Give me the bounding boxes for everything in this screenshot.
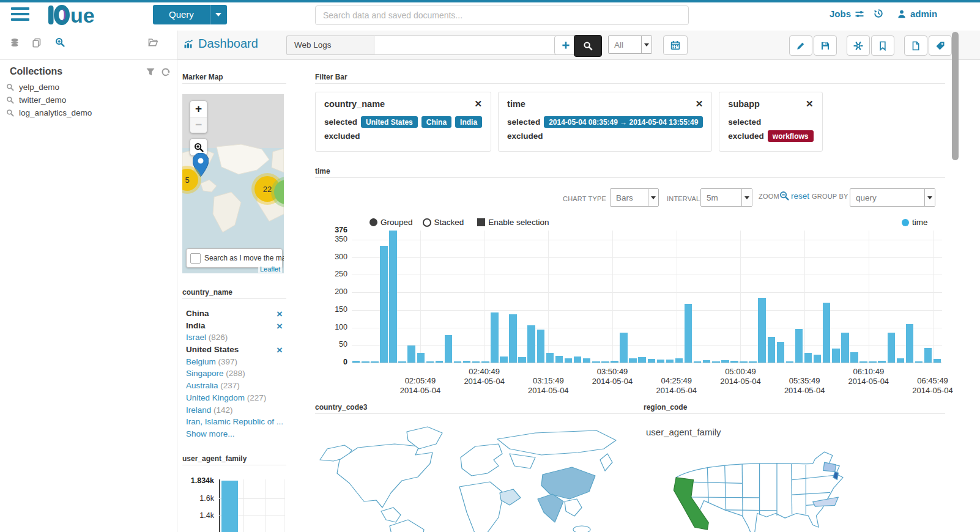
facet-scope-select[interactable]: All [608, 35, 652, 54]
time-bar [859, 361, 867, 363]
us-map-widget[interactable] [667, 441, 887, 532]
close-icon[interactable]: ✕ [787, 98, 814, 109]
filter-icon[interactable] [146, 67, 155, 77]
interval-select[interactable]: 5m [700, 188, 752, 207]
documents-icon[interactable] [32, 38, 42, 48]
time-bar [537, 330, 544, 363]
filter-field-name: country_name [324, 99, 385, 109]
gridline [352, 363, 942, 363]
facet-item-iran-islamic-republic-of-[interactable]: Iran, Islamic Republic of ... [186, 417, 284, 429]
dashboard-search-input[interactable] [374, 35, 558, 55]
refresh-icon[interactable] [161, 67, 171, 77]
selected-badge[interactable]: India [455, 116, 482, 128]
global-search-input[interactable] [315, 6, 689, 25]
y-axis-label: 300 [322, 253, 347, 261]
hamburger-menu-icon[interactable] [11, 7, 29, 21]
time-bar [832, 349, 839, 363]
map-zoom-out-button[interactable]: − [190, 117, 207, 133]
time-range-button[interactable] [663, 35, 688, 55]
search-as-move-checkbox[interactable] [190, 253, 201, 264]
collection-item-log_analytics_demo[interactable]: log_analytics_demo [5, 106, 170, 119]
reset-link[interactable]: reset [791, 191, 809, 201]
file-button[interactable] [904, 35, 927, 56]
facet-item-israel[interactable]: Israel (826) [186, 333, 284, 345]
stacked-radio[interactable]: Stacked [423, 218, 464, 227]
gridline [352, 257, 942, 258]
bookmark-button[interactable] [871, 35, 894, 56]
bookmark-icon [878, 41, 888, 51]
collection-item-yelp_demo[interactable]: yelp_demo [5, 81, 170, 94]
grouped-radio[interactable]: Grouped [369, 218, 413, 227]
filter-field-name: subapp [728, 99, 760, 109]
show-more-link[interactable]: Show more... [186, 429, 284, 441]
search-button[interactable] [574, 35, 602, 57]
time-bar [546, 353, 554, 363]
remove-filter-icon[interactable]: × [277, 308, 283, 320]
chart-type-select[interactable]: Bars [610, 188, 659, 207]
selected-badge[interactable]: 2014-05-04 08:35:49 → 2014-05-04 13:55:4… [544, 116, 703, 128]
chart-type-label-wrap: CHART TYPE [563, 193, 606, 204]
divider [182, 465, 286, 465]
magnifier-plus-icon [194, 142, 204, 152]
facet-item-ireland[interactable]: Ireland (142) [186, 405, 284, 418]
user-agent-mini-chart[interactable]: 1.834k1.6k1.4k [182, 477, 286, 532]
gridline [804, 231, 805, 363]
page-title: Dashboard [184, 37, 258, 51]
time-bar [648, 359, 655, 363]
filter-field-name: time [507, 99, 525, 109]
checkbox-icon [477, 218, 485, 226]
query-split-button[interactable]: Query [153, 5, 227, 24]
collection-name-label[interactable]: Web Logs [286, 35, 374, 55]
map-zoom-in-button[interactable]: + [190, 101, 207, 117]
save-button[interactable] [814, 35, 837, 56]
world-map-widget[interactable] [315, 422, 624, 532]
enable-selection-checkbox[interactable]: Enable selection [477, 218, 549, 227]
history-nav-item[interactable] [874, 9, 883, 18]
remove-filter-icon[interactable]: × [277, 320, 283, 332]
selected-label: selected [324, 117, 357, 127]
selected-badge[interactable]: China [421, 116, 451, 128]
zoom-reset-control[interactable]: reset [779, 191, 809, 201]
search-collections-icon[interactable] [55, 37, 65, 47]
facet-item-united-states[interactable]: United States× [186, 345, 284, 357]
facet-item-australia[interactable]: Australia (237) [186, 381, 284, 393]
marker-map-widget[interactable]: + − 5222 Search as I move the map Leafle… [182, 94, 284, 273]
open-folder-icon[interactable] [148, 37, 158, 47]
excluded-badge[interactable]: workflows [768, 130, 814, 142]
x-axis-label: 06:45:492014-05-04 [912, 376, 953, 396]
time-bar [878, 361, 885, 363]
vertical-scrollbar[interactable] [952, 32, 959, 160]
divider [315, 177, 945, 178]
facet-item-china[interactable]: China× [186, 309, 284, 321]
jobs-nav-item[interactable]: Jobs [830, 9, 864, 19]
close-icon[interactable]: ✕ [456, 98, 483, 109]
group-by-select[interactable]: query [850, 188, 935, 207]
query-dropdown-caret[interactable] [210, 5, 227, 24]
collection-item-twitter_demo[interactable]: twitter_demo [5, 94, 170, 106]
tag-button[interactable] [929, 35, 952, 56]
facet-item-singapore[interactable]: Singapore (288) [186, 369, 284, 381]
map-zoom-control: + − [190, 100, 207, 133]
leaflet-attribution-link[interactable]: Leaflet [258, 265, 282, 273]
time-chart-plot[interactable] [352, 231, 942, 363]
chart-mode-controls: Grouped Stacked Enable selection [369, 218, 549, 227]
query-button-label[interactable]: Query [153, 5, 210, 24]
time-series-legend[interactable]: time [902, 218, 928, 227]
time-bar [850, 352, 858, 363]
hue-logo[interactable]: ue [48, 4, 109, 27]
gear-button[interactable] [847, 35, 870, 56]
user-nav-item[interactable]: admin [897, 9, 937, 19]
collections-actions [146, 67, 171, 77]
remove-filter-icon[interactable]: × [277, 344, 283, 356]
mini-axis [219, 479, 220, 532]
close-icon[interactable]: ✕ [677, 98, 703, 109]
facet-item-india[interactable]: India× [186, 321, 284, 333]
selected-badge[interactable]: United States [361, 116, 418, 128]
hue-dashboard-app: ue Query Jobs admin Dashboard Web Logs A… [0, 0, 980, 532]
facet-item-belgium[interactable]: Belgium (397) [186, 357, 284, 369]
selected-label: selected [507, 117, 540, 127]
database-icon[interactable] [10, 38, 20, 48]
pencil-button[interactable] [789, 35, 812, 56]
facet-item-united-kingdom[interactable]: United Kingdom (227) [186, 393, 284, 405]
panel-divider [177, 31, 177, 59]
